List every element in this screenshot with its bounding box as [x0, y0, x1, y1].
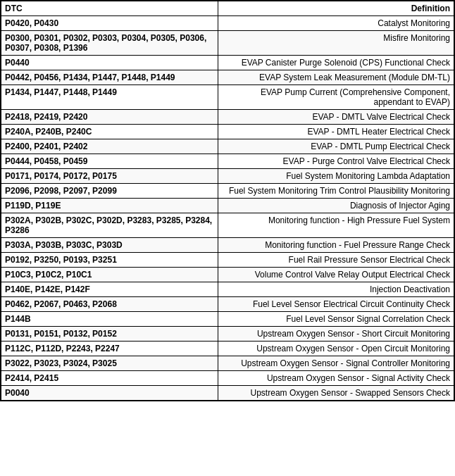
dtc-column-header: DTC — [1, 1, 218, 16]
definition-cell: EVAP Canister Purge Solenoid (CPS) Funct… — [218, 56, 454, 70]
dtc-cell: P0442, P0456, P1434, P1447, P1448, P1449 — [1, 70, 218, 85]
dtc-cell: P0444, P0458, P0459 — [1, 154, 218, 169]
table-row: P0131, P0151, P0132, P0152Upstream Oxyge… — [1, 327, 454, 342]
dtc-cell: P3022, P3023, P3024, P3025 — [1, 356, 218, 371]
dtc-cell: P2414, P2415 — [1, 371, 218, 386]
table-row: P0040Upstream Oxygen Sensor - Swapped Se… — [1, 386, 454, 401]
definition-cell: Catalyst Monitoring — [218, 16, 454, 31]
table-row: P112C, P112D, P2243, P2247Upstream Oxyge… — [1, 342, 454, 356]
definition-cell: Fuel Level Sensor Electrical Circuit Con… — [218, 297, 454, 312]
definition-cell: EVAP - DMTL Valve Electrical Check — [218, 110, 454, 125]
definition-cell: Injection Deactivation — [218, 282, 454, 297]
table-row: P0442, P0456, P1434, P1447, P1448, P1449… — [1, 70, 454, 85]
table-row: P0444, P0458, P0459EVAP - Purge Control … — [1, 154, 454, 169]
definition-column-header: Definition — [218, 1, 454, 16]
dtc-cell: P0420, P0430 — [1, 16, 218, 31]
dtc-cell: P0131, P0151, P0132, P0152 — [1, 327, 218, 342]
definition-cell: Diagnosis of Injector Aging — [218, 199, 454, 213]
definition-cell: EVAP - DMTL Heater Electrical Check — [218, 125, 454, 139]
table-row: P2400, P2401, P2402EVAP - DMTL Pump Elec… — [1, 139, 454, 154]
table-row: P0192, P3250, P0193, P3251Fuel Rail Pres… — [1, 253, 454, 268]
definition-cell: Monitoring function - Fuel Pressure Rang… — [218, 238, 454, 253]
definition-cell: Monitoring function - High Pressure Fuel… — [218, 213, 454, 238]
dtc-cell: P1434, P1447, P1448, P1449 — [1, 85, 218, 110]
definition-cell: Upstream Oxygen Sensor - Signal Activity… — [218, 371, 454, 386]
dtc-cell: P112C, P112D, P2243, P2247 — [1, 342, 218, 356]
table-row: P144BFuel Level Sensor Signal Correlatio… — [1, 312, 454, 327]
definition-cell: Upstream Oxygen Sensor - Short Circuit M… — [218, 327, 454, 342]
table-row: P0171, P0174, P0172, P0175Fuel System Mo… — [1, 169, 454, 184]
definition-cell: EVAP Pump Current (Comprehensive Compone… — [218, 85, 454, 110]
dtc-cell: P0300, P0301, P0302, P0303, P0304, P0305… — [1, 31, 218, 56]
table-row: P0462, P2067, P0463, P2068Fuel Level Sen… — [1, 297, 454, 312]
dtc-cell: P119D, P119E — [1, 199, 218, 213]
definition-cell: Fuel Level Sensor Signal Correlation Che… — [218, 312, 454, 327]
definition-cell: Fuel Rail Pressure Sensor Electrical Che… — [218, 253, 454, 268]
table-row: P302A, P302B, P302C, P302D, P3283, P3285… — [1, 213, 454, 238]
table-row: P0420, P0430Catalyst Monitoring — [1, 16, 454, 31]
dtc-cell: P0462, P2067, P0463, P2068 — [1, 297, 218, 312]
dtc-cell: P2096, P2098, P2097, P2099 — [1, 184, 218, 199]
table-row: P303A, P303B, P303C, P303DMonitoring fun… — [1, 238, 454, 253]
table-row: P3022, P3023, P3024, P3025Upstream Oxyge… — [1, 356, 454, 371]
dtc-cell: P303A, P303B, P303C, P303D — [1, 238, 218, 253]
dtc-cell: P0040 — [1, 386, 218, 401]
table-row: P0300, P0301, P0302, P0303, P0304, P0305… — [1, 31, 454, 56]
table-row: P2418, P2419, P2420EVAP - DMTL Valve Ele… — [1, 110, 454, 125]
dtc-cell: P0171, P0174, P0172, P0175 — [1, 169, 218, 184]
definition-cell: Upstream Oxygen Sensor - Signal Controll… — [218, 356, 454, 371]
definition-cell: Fuel System Monitoring Trim Control Plau… — [218, 184, 454, 199]
definition-cell: Upstream Oxygen Sensor - Open Circuit Mo… — [218, 342, 454, 356]
definition-cell: Volume Control Valve Relay Output Electr… — [218, 268, 454, 282]
dtc-cell: P2418, P2419, P2420 — [1, 110, 218, 125]
dtc-cell: P144B — [1, 312, 218, 327]
table-row: P10C3, P10C2, P10C1Volume Control Valve … — [1, 268, 454, 282]
table-row: P240A, P240B, P240CEVAP - DMTL Heater El… — [1, 125, 454, 139]
table-row: P2096, P2098, P2097, P2099Fuel System Mo… — [1, 184, 454, 199]
dtc-cell: P10C3, P10C2, P10C1 — [1, 268, 218, 282]
definition-cell: Fuel System Monitoring Lambda Adaptation — [218, 169, 454, 184]
dtc-table: DTC Definition P0420, P0430Catalyst Moni… — [1, 1, 454, 401]
definition-cell: EVAP System Leak Measurement (Module DM-… — [218, 70, 454, 85]
dtc-cell: P240A, P240B, P240C — [1, 125, 218, 139]
definition-cell: EVAP - Purge Control Valve Electrical Ch… — [218, 154, 454, 169]
table-row: P0440EVAP Canister Purge Solenoid (CPS) … — [1, 56, 454, 70]
definition-cell: EVAP - DMTL Pump Electrical Check — [218, 139, 454, 154]
dtc-table-container: DTC Definition P0420, P0430Catalyst Moni… — [0, 0, 455, 401]
dtc-cell: P0440 — [1, 56, 218, 70]
definition-cell: Upstream Oxygen Sensor - Swapped Sensors… — [218, 386, 454, 401]
table-row: P119D, P119EDiagnosis of Injector Aging — [1, 199, 454, 213]
dtc-cell: P2400, P2401, P2402 — [1, 139, 218, 154]
definition-cell: Misfire Monitoring — [218, 31, 454, 56]
table-row: P140E, P142E, P142FInjection Deactivatio… — [1, 282, 454, 297]
table-row: P2414, P2415Upstream Oxygen Sensor - Sig… — [1, 371, 454, 386]
dtc-cell: P140E, P142E, P142F — [1, 282, 218, 297]
table-row: P1434, P1447, P1448, P1449EVAP Pump Curr… — [1, 85, 454, 110]
dtc-cell: P0192, P3250, P0193, P3251 — [1, 253, 218, 268]
dtc-cell: P302A, P302B, P302C, P302D, P3283, P3285… — [1, 213, 218, 238]
